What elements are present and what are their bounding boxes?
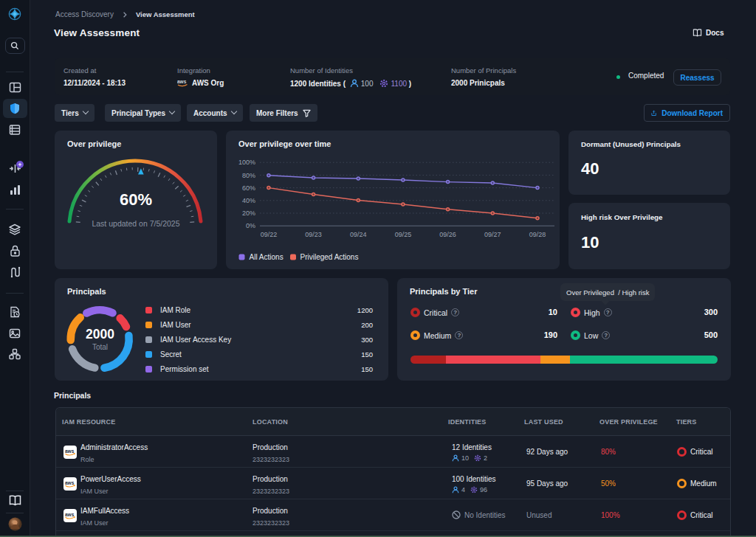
svg-text:Privileged Actions: Privileged Actions (300, 253, 359, 261)
svg-text:20%: 20% (242, 209, 255, 217)
svg-text:aws: aws (65, 479, 75, 485)
svg-text:09/24: 09/24 (350, 231, 367, 238)
svg-text:aws: aws (65, 448, 75, 453)
svg-text:09/26: 09/26 (439, 231, 456, 238)
svg-text:100%: 100% (238, 159, 255, 166)
svg-text:09/22: 09/22 (261, 231, 278, 238)
svg-text:09/28: 09/28 (529, 231, 546, 238)
svg-text:60%: 60% (242, 184, 255, 192)
svg-text:09/27: 09/27 (484, 231, 501, 238)
svg-text:aws: aws (177, 79, 187, 84)
svg-text:09/23: 09/23 (305, 231, 322, 238)
svg-text:0%: 0% (246, 222, 255, 229)
svg-text:All Actions: All Actions (250, 253, 284, 261)
svg-text:40%: 40% (242, 197, 255, 204)
svg-text:09/25: 09/25 (395, 231, 412, 238)
svg-text:aws: aws (65, 511, 75, 516)
svg-text:80%: 80% (242, 172, 255, 179)
